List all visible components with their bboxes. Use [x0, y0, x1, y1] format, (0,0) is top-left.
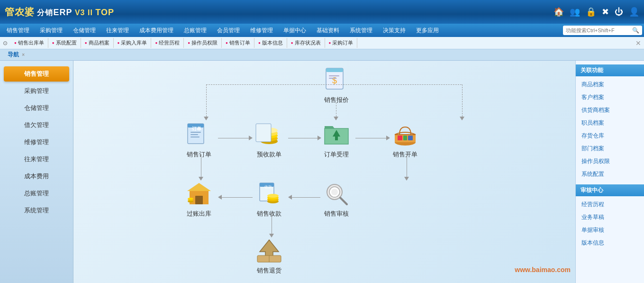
svg-rect-4 [329, 78, 336, 79]
svg-rect-8 [190, 132, 201, 133]
prepay-order-label: 预收款单 [257, 150, 281, 159]
prepay-order-icon [253, 120, 286, 148]
nav-repair[interactable]: 维修管理 [245, 25, 278, 37]
order-receive-icon [320, 120, 353, 148]
node-sales-audit[interactable]: 销售审核 [320, 179, 353, 218]
search-input[interactable] [566, 27, 632, 33]
sidebar-item-dealings[interactable]: 往来管理 [4, 152, 69, 167]
panel-link-staff[interactable]: 职员档案 [576, 117, 644, 129]
sidebar-item-ledger[interactable]: 总账管理 [4, 186, 69, 201]
sidebar-item-system[interactable]: 系统管理 [4, 203, 69, 218]
svg-rect-21 [398, 136, 402, 140]
panel-link-version[interactable]: 版本信息 [576, 237, 644, 249]
node-prepay-order[interactable]: 预收款单 [253, 120, 286, 159]
nav-sales[interactable]: 销售管理 [2, 25, 34, 37]
panel-link-customer[interactable]: 客户档案 [576, 91, 644, 104]
svg-marker-24 [187, 183, 211, 191]
svg-rect-10 [190, 137, 200, 137]
panel-link-history[interactable]: 经营历程 [576, 198, 644, 211]
arrow-prepay-receive [288, 136, 321, 140]
tab-version[interactable]: ●版本信息 [254, 38, 287, 48]
svg-rect-22 [403, 136, 407, 140]
nav-dealings[interactable]: 往来管理 [101, 25, 134, 37]
arrow-receive-open [355, 136, 390, 140]
panel-link-warehouse[interactable]: 存货仓库 [576, 129, 644, 142]
sales-return-icon [253, 236, 286, 265]
tab-history[interactable]: ●经营历程 [151, 38, 184, 48]
tabs-bar: ⊙ ●销售出库单 ●系统配置 ●商品档案 ●采购入库单 ●经营历程 ●操作员权限… [0, 37, 644, 49]
tabs-close-button[interactable]: ✕ [635, 39, 641, 47]
people-icon[interactable]: 👥 [570, 7, 580, 17]
arrow-open-audit [404, 154, 409, 181]
navbar: 销售管理 采购管理 仓储管理 往来管理 成本费用管理 总账管理 会员管理 维修管… [0, 24, 644, 37]
nav-purchase[interactable]: 采购管理 [35, 25, 67, 37]
svg-point-29 [188, 198, 193, 200]
node-order-receive[interactable]: 订单受理 [320, 120, 353, 159]
nav-more[interactable]: 更多应用 [411, 25, 444, 37]
arrow-quote-down [334, 102, 338, 120]
header-icons: 🏠 👥 🔒 ✖ ⏻ 👤 [553, 7, 639, 17]
nav-basic[interactable]: 基础资料 [312, 25, 344, 37]
panel-link-supplier[interactable]: 供货商档案 [576, 104, 644, 117]
sales-return-label: 销售退货 [257, 266, 281, 275]
user-icon[interactable]: 👤 [629, 7, 639, 17]
node-sales-open[interactable]: 销售开单 [389, 120, 422, 159]
out-warehouse-icon [182, 179, 216, 208]
svg-rect-16 [256, 124, 271, 142]
close-icon[interactable]: ✖ [602, 7, 609, 17]
panel-link-sysconfig[interactable]: 系统配置 [576, 168, 644, 181]
tab-sys-config[interactable]: ●系统配置 [48, 38, 81, 48]
nav-cost[interactable]: 成本费用管理 [135, 25, 178, 37]
tab-inventory[interactable]: ●库存状况表 [287, 38, 325, 48]
tab-sales-order[interactable]: ●销售订单 [222, 38, 254, 48]
nav-warehouse[interactable]: 仓储管理 [68, 25, 100, 37]
home-icon[interactable]: 🏠 [553, 7, 564, 17]
power-icon[interactable]: ⏻ [615, 7, 623, 17]
tab-sales-out[interactable]: ●销售出库单 [10, 38, 48, 48]
panel-link-dept[interactable]: 部门档案 [576, 142, 644, 155]
panel-link-operator[interactable]: 操作员权限 [576, 155, 644, 168]
sidebar-item-borrow[interactable]: 借欠管理 [4, 118, 69, 133]
sales-audit-icon [320, 179, 353, 208]
arrow-order-prepay [218, 136, 253, 140]
sidebar-item-warehouse[interactable]: 仓储管理 [4, 100, 69, 116]
sales-collect-icon: 收款 [253, 179, 286, 208]
nav-member[interactable]: 会员管理 [212, 25, 245, 37]
sub-tab-nav[interactable]: 导航 × [4, 50, 28, 60]
tab-purchase-order[interactable]: ●采购订单 [325, 38, 358, 48]
arrow-order-warehouse [199, 154, 203, 181]
node-sales-return[interactable]: 销售退货 [253, 236, 286, 275]
panel-link-voucher-audit[interactable]: 单据审核 [576, 224, 644, 237]
sales-quote-icon: $ [320, 65, 353, 94]
panel-link-draft[interactable]: 业务草稿 [576, 211, 644, 224]
panel-title-audit: 审核中心 [576, 184, 644, 196]
node-out-warehouse[interactable]: 过账出库 [182, 179, 216, 218]
sidebar-item-cost[interactable]: 成本费用 [4, 169, 69, 184]
sidebar-item-repair[interactable]: 维修管理 [4, 135, 69, 150]
search-icon[interactable]: 🔍 [632, 27, 639, 34]
sidebar-item-purchase[interactable]: 采购管理 [4, 83, 69, 99]
logo: 管农婆 分销ERP V3 II TOP [5, 6, 114, 18]
right-panel: 关联功能 商品档案 客户档案 供货商档案 职员档案 存货仓库 部门档案 操作员权… [575, 61, 644, 283]
nav-decision[interactable]: 决策支持 [378, 25, 410, 37]
panel-link-goods[interactable]: 商品档案 [576, 78, 644, 91]
tab-close-all[interactable]: ⊙ [3, 40, 8, 46]
nav-ledger[interactable]: 总账管理 [179, 25, 211, 37]
sidebar: 销售管理 采购管理 仓储管理 借欠管理 维修管理 往来管理 成本费用 总账管理 … [0, 61, 73, 283]
lock-icon[interactable]: 🔒 [586, 7, 596, 17]
svg-point-36 [267, 194, 279, 198]
node-sales-order[interactable]: 订单 销售订单 [182, 120, 216, 159]
sales-order-icon: 订单 [182, 120, 216, 148]
nav-system[interactable]: 系统管理 [345, 25, 377, 37]
tab-operator[interactable]: ●操作员权限 [184, 38, 222, 48]
sub-tab-close[interactable]: × [22, 52, 25, 57]
tab-purchase-in[interactable]: ●采购入库单 [114, 38, 152, 48]
dashed-right [334, 84, 462, 85]
sidebar-item-sales[interactable]: 销售管理 [4, 66, 69, 82]
search-box: 🔍 [563, 26, 642, 35]
dashed-left [206, 84, 334, 85]
svg-rect-18 [335, 137, 338, 140]
node-sales-quote[interactable]: $ 销售报价 [320, 65, 353, 104]
nav-voucher[interactable]: 单据中心 [279, 25, 311, 37]
tab-goods[interactable]: ●商品档案 [81, 38, 114, 48]
